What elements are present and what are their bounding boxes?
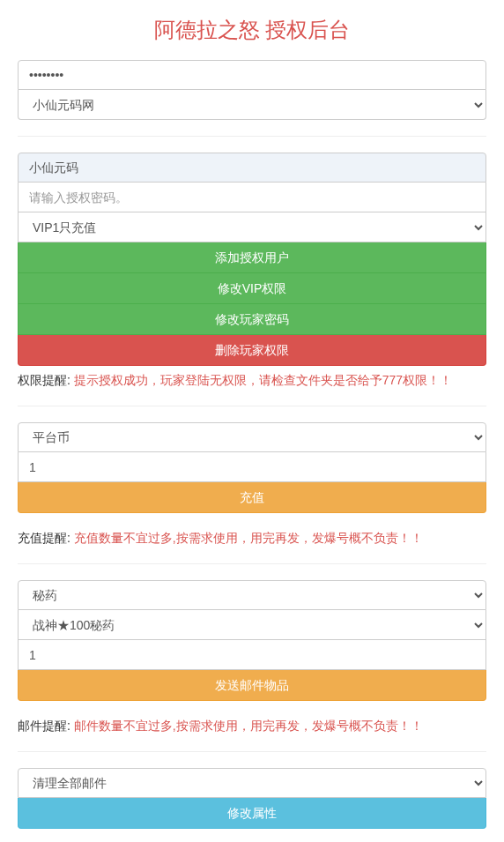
divider xyxy=(18,136,486,137)
modify-attribute-button[interactable]: 修改属性 xyxy=(18,798,486,829)
delete-player-auth-button[interactable]: 删除玩家权限 xyxy=(18,335,486,366)
page-title: 阿德拉之怒 授权后台 xyxy=(18,16,486,44)
hint-label: 充值提醒: xyxy=(18,531,74,545)
hint-text: 提示授权成功，玩家登陆无权限，请检查文件夹是否给予777权限！！ xyxy=(74,373,452,387)
currency-select[interactable]: 平台币 xyxy=(18,422,486,452)
send-mail-item-button[interactable]: 发送邮件物品 xyxy=(18,670,486,701)
recharge-amount-input[interactable] xyxy=(18,452,486,482)
user-auth-section: 小仙元码 VIP1只充值 添加授权用户 修改VIP权限 修改玩家密码 删除玩家权… xyxy=(18,153,486,366)
recharge-hint: 充值提醒: 充值数量不宜过多,按需求使用，用完再发，发爆号概不负责！！ xyxy=(18,529,486,548)
hint-text: 充值数量不宜过多,按需求使用，用完再发，发爆号概不负责！！ xyxy=(74,531,423,545)
auth-section: 小仙元码网 xyxy=(18,60,486,120)
mail-amount-input[interactable] xyxy=(18,640,486,670)
recharge-section: 平台币 充值 xyxy=(18,422,486,513)
cleanup-section: 清理全部邮件 修改属性 xyxy=(18,768,486,829)
mail-hint: 邮件提醒: 邮件数量不宜过多,按需求使用，用完再发，发爆号概不负责！！ xyxy=(18,717,486,735)
hint-label: 邮件提醒: xyxy=(18,719,74,733)
divider xyxy=(18,563,486,564)
username-readonly: 小仙元码 xyxy=(18,153,486,183)
item-category-select[interactable]: 秘药 xyxy=(18,580,486,610)
admin-password-input[interactable] xyxy=(18,60,486,90)
modify-vip-button[interactable]: 修改VIP权限 xyxy=(18,273,486,304)
divider xyxy=(18,751,486,752)
mail-item-section: 秘药 战神★100秘药 发送邮件物品 xyxy=(18,580,486,701)
divider xyxy=(18,406,486,406)
recharge-button[interactable]: 充值 xyxy=(18,482,486,513)
vip-level-select[interactable]: VIP1只充值 xyxy=(18,212,486,242)
item-select[interactable]: 战神★100秘药 xyxy=(18,610,486,640)
modify-player-password-button[interactable]: 修改玩家密码 xyxy=(18,304,486,335)
add-auth-user-button[interactable]: 添加授权用户 xyxy=(18,242,486,273)
hint-label: 权限提醒: xyxy=(18,373,74,387)
hint-text: 邮件数量不宜过多,按需求使用，用完再发，发爆号概不负责！！ xyxy=(74,719,423,733)
auth-password-input[interactable] xyxy=(18,183,486,212)
server-select[interactable]: 小仙元码网 xyxy=(18,90,486,120)
cleanup-select[interactable]: 清理全部邮件 xyxy=(18,768,486,798)
permission-hint: 权限提醒: 提示授权成功，玩家登陆无权限，请检查文件夹是否给予777权限！！ xyxy=(18,371,486,390)
